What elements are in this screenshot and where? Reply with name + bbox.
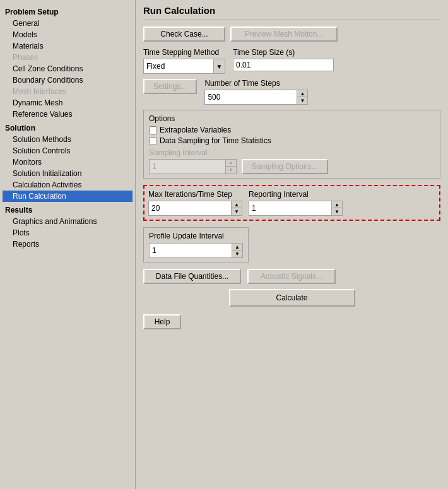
extrapolate-row: Extrapolate Variables [149,126,435,134]
max-iterations-spinner-btns: ▲ ▼ [231,201,242,215]
sidebar-item-boundary-conditions[interactable]: Boundary Conditions [3,74,133,86]
max-iterations-input[interactable] [149,201,231,215]
sidebar-item-phases: Phases [3,52,133,63]
num-steps-up-btn[interactable]: ▲ [297,90,307,97]
profile-update-spinner[interactable]: ▲ ▼ [149,243,243,258]
acoustic-signals-button: Acoustic Signals... [247,269,336,284]
settings-button: Settings... [143,79,197,94]
data-sampling-checkbox[interactable] [149,137,157,145]
num-steps-spinner-btns: ▲ ▼ [297,90,307,104]
time-stepping-dropdown-arrow[interactable]: ▼ [213,59,225,73]
num-steps-group: Number of Time Steps ▲ ▼ [204,79,308,105]
preview-mesh-button: Preview Mesh Motion... [230,27,338,42]
profile-update-spinner-btns: ▲ ▼ [232,244,242,257]
sidebar-item-reports[interactable]: Reports [3,239,133,250]
data-file-button[interactable]: Data File Quantities... [143,269,241,284]
profile-update-input[interactable] [150,244,232,257]
reporting-interval-label: Reporting Interval [249,190,343,199]
sampling-interval-spinner-btns: ▲ ▼ [225,160,236,174]
iterations-dashed-box: Max Iterations/Time Step ▲ ▼ Reporting I… [143,185,440,221]
max-iterations-label: Max Iterations/Time Step [148,190,242,199]
time-step-size-group: Time Step Size (s) [233,48,334,71]
data-sampling-row: Data Sampling for Time Statistics [149,136,435,145]
reporting-interval-spinner-btns: ▲ ▼ [331,201,342,215]
reporting-interval-group: Reporting Interval ▲ ▼ [249,190,343,216]
sidebar-item-solution-init[interactable]: Solution Initialization [3,168,133,179]
sidebar-item-cell-zone[interactable]: Cell Zone Conditions [3,63,133,74]
max-iterations-group: Max Iterations/Time Step ▲ ▼ [148,190,242,216]
reporting-interval-up-btn[interactable]: ▲ [332,201,342,208]
time-stepping-label: Time Stepping Method [143,48,225,57]
max-iterations-down-btn[interactable]: ▼ [232,208,242,215]
time-stepping-group: Time Stepping Method Fixed ▼ [143,48,225,74]
results-header: Results [3,204,133,216]
num-steps-down-btn[interactable]: ▼ [297,97,307,104]
panel-title: Run Calculation [143,5,440,20]
extrapolate-checkbox[interactable] [149,126,157,134]
settings-numsteps-row: Settings... Number of Time Steps ▲ ▼ [143,79,440,105]
options-section: Options Extrapolate Variables Data Sampl… [143,110,440,179]
extrapolate-label: Extrapolate Variables [160,126,231,134]
sidebar-item-mesh-interfaces: Mesh Interfaces [3,86,133,97]
profile-update-up-btn[interactable]: ▲ [232,244,242,250]
time-stepping-select[interactable]: Fixed ▼ [143,59,225,74]
sidebar-section-solution: Solution Solution Methods Solution Contr… [3,122,133,202]
sidebar-item-materials[interactable]: Materials [3,40,133,52]
sidebar-item-graphics[interactable]: Graphics and Animations [3,216,133,227]
help-row: Help [143,314,440,329]
profile-update-down-btn[interactable]: ▼ [232,250,242,257]
help-button[interactable]: Help [143,314,181,329]
sidebar-item-reference-values[interactable]: Reference Values [3,109,133,120]
time-stepping-value: Fixed [144,61,213,72]
profile-section: Profile Update Interval ▲ ▼ [143,227,249,262]
max-iterations-up-btn[interactable]: ▲ [232,201,242,208]
main-panel: Run Calculation Check Case... Preview Me… [136,0,448,489]
reporting-interval-spinner[interactable]: ▲ ▼ [249,201,343,216]
bottom-buttons-row: Data File Quantities... Acoustic Signals… [143,269,440,284]
sidebar-item-solution-methods[interactable]: Solution Methods [3,134,133,145]
problem-setup-header: Problem Setup [3,6,133,18]
sampling-interval-down-btn: ▼ [226,167,236,174]
num-steps-input[interactable] [205,90,297,104]
num-steps-spinner[interactable]: ▲ ▼ [204,90,308,105]
reporting-interval-input[interactable] [249,201,331,215]
max-iterations-spinner[interactable]: ▲ ▼ [148,201,242,216]
sampling-interval-up-btn: ▲ [226,160,236,167]
sidebar-item-solution-controls[interactable]: Solution Controls [3,145,133,156]
sidebar-section-problem-setup: Problem Setup General Models Materials P… [3,6,133,120]
sampling-interval-label: Sampling Interval [149,148,237,157]
sidebar-item-monitors[interactable]: Monitors [3,156,133,168]
sampling-interval-row: Sampling Interval ▲ ▼ Sampling Options..… [149,148,435,174]
time-step-size-input[interactable] [233,59,334,71]
sidebar-section-results: Results Graphics and Animations Plots Re… [3,204,133,250]
sidebar-item-general[interactable]: General [3,18,133,29]
num-steps-label: Number of Time Steps [204,79,308,88]
data-sampling-label: Data Sampling for Time Statistics [160,136,271,145]
time-step-size-label: Time Step Size (s) [233,48,334,57]
sampling-interval-spinner[interactable]: ▲ ▼ [149,159,237,174]
sidebar-item-run-calculation[interactable]: Run Calculation [3,191,133,202]
sidebar-item-models[interactable]: Models [3,29,133,40]
sampling-options-button: Sampling Options... [242,159,328,174]
solution-header: Solution [3,122,133,134]
calculate-button[interactable]: Calculate [229,289,355,307]
sidebar-item-calc-activities[interactable]: Calculation Activities [3,179,133,191]
time-stepping-row: Time Stepping Method Fixed ▼ Time Step S… [143,48,440,74]
sidebar: Problem Setup General Models Materials P… [0,0,136,489]
reporting-interval-down-btn[interactable]: ▼ [332,208,342,215]
profile-update-label: Profile Update Interval [149,232,243,240]
check-case-button[interactable]: Check Case... [143,27,225,42]
sampling-interval-input [150,160,225,174]
iterations-row: Max Iterations/Time Step ▲ ▼ Reporting I… [148,190,435,216]
sidebar-item-plots[interactable]: Plots [3,227,133,239]
top-buttons-row: Check Case... Preview Mesh Motion... [143,27,440,42]
options-label: Options [149,114,435,123]
calculate-row: Calculate [143,289,440,307]
sidebar-item-dynamic-mesh[interactable]: Dynamic Mesh [3,97,133,109]
